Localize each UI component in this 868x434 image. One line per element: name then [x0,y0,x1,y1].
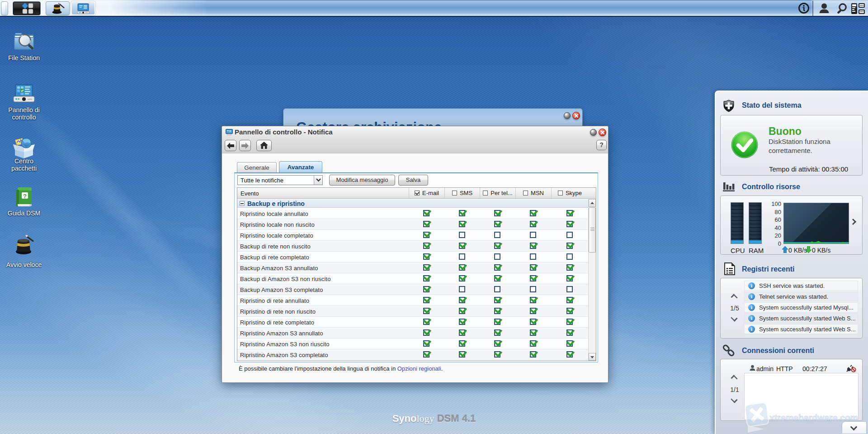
svg-text:?: ? [23,193,27,200]
